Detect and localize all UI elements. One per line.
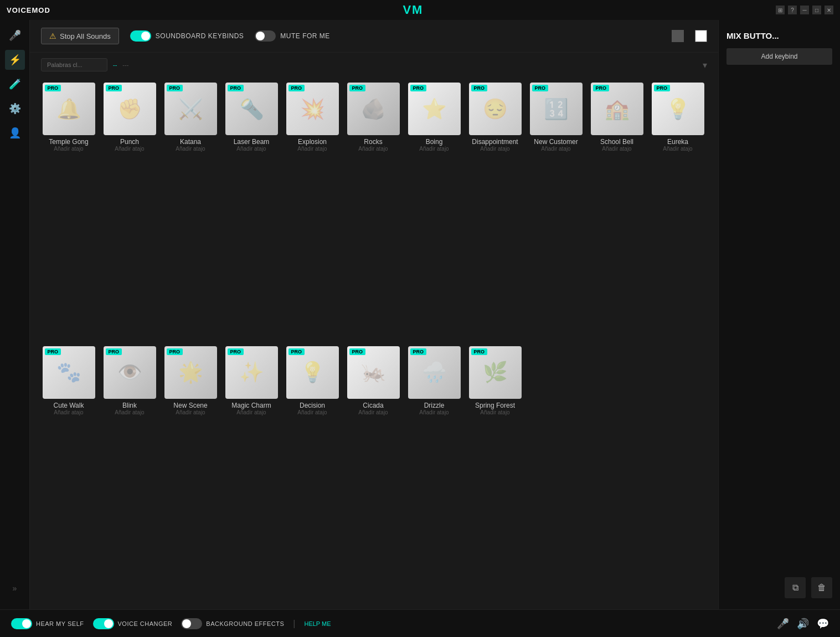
sound-card-sub-eureka[interactable]: Añadir atajo xyxy=(663,146,692,152)
titlebar-minimize[interactable]: ─ xyxy=(800,6,809,14)
sound-card-img-blink: PRO👁️ xyxy=(104,346,156,399)
sound-card-blink[interactable]: PRO👁️BlinkAñadir atajo xyxy=(102,346,157,604)
boing-icon: ⭐ xyxy=(422,97,447,121)
mute-toggle[interactable] xyxy=(255,30,276,42)
stop-all-sounds-button[interactable]: ⚠ Stop All Sounds xyxy=(41,28,119,44)
sound-card-sub-temple-gong[interactable]: Añadir atajo xyxy=(54,146,83,152)
sound-card-name-rocks: Rocks xyxy=(364,138,382,146)
sound-card-new-customer[interactable]: PRO🔢New CustomerAñadir atajo xyxy=(528,83,584,341)
sound-card-name-punch: Punch xyxy=(120,138,139,146)
sound-card-magic-charm[interactable]: PRO✨Magic CharmAñadir atajo xyxy=(224,346,279,604)
add-keybind-button[interactable]: Add keybind xyxy=(726,48,832,65)
sidebar-item-settings[interactable]: ⚙️ xyxy=(5,99,25,119)
sound-card-sub-new-customer[interactable]: Añadir atajo xyxy=(541,146,570,152)
sound-card-sub-magic-charm[interactable]: Añadir atajo xyxy=(236,409,266,415)
sound-card-spring-forest[interactable]: PRO🌿Spring ForestAñadir atajo xyxy=(467,346,523,604)
sound-card-img-spring-forest: PRO🌿 xyxy=(469,346,522,399)
eureka-icon: 💡 xyxy=(666,97,690,121)
sound-card-sub-blink[interactable]: Añadir atajo xyxy=(115,409,144,415)
sound-card-drizzle[interactable]: PRO🌧️DrizzleAñadir atajo xyxy=(406,346,462,604)
sound-card-boing[interactable]: PRO⭐BoingAñadir atajo xyxy=(406,83,462,341)
sound-card-img-magic-charm: PRO✨ xyxy=(225,346,278,399)
sound-card-school-bell[interactable]: PRO🏫School BellAñadir atajo xyxy=(589,83,645,341)
sound-card-sub-spring-forest[interactable]: Añadir atajo xyxy=(480,409,509,415)
sidebar-item-effects[interactable]: 🧪 xyxy=(5,74,25,94)
temple-gong-icon: 🔔 xyxy=(56,97,81,121)
sound-card-name-school-bell: School Bell xyxy=(600,138,633,146)
sound-card-temple-gong[interactable]: PRO🔔Temple GongAñadir atajo xyxy=(41,83,96,341)
delete-button[interactable]: 🗑 xyxy=(811,577,832,598)
sound-card-sub-cicada[interactable]: Añadir atajo xyxy=(358,409,388,415)
titlebar-close[interactable]: ✕ xyxy=(824,6,833,14)
sound-card-laser-beam[interactable]: PRO🔦Laser BeamAñadir atajo xyxy=(224,83,279,341)
spring-forest-icon: 🌿 xyxy=(483,361,508,384)
sound-card-explosion[interactable]: PRO💥ExplosionAñadir atajo xyxy=(285,83,340,341)
sound-card-rocks[interactable]: PRO🪨RocksAñadir atajo xyxy=(346,83,401,341)
pro-badge: PRO xyxy=(410,85,427,91)
sound-card-img-school-bell: PRO🏫 xyxy=(591,83,643,135)
titlebar-icon-monitor[interactable]: ⊞ xyxy=(776,6,785,14)
speaker-icon[interactable]: 🔊 xyxy=(797,618,809,630)
sound-card-name-drizzle: Drizzle xyxy=(424,402,445,409)
sound-card-sub-boing[interactable]: Añadir atajo xyxy=(419,146,449,152)
microphone-bottom-icon[interactable]: 🎤 xyxy=(777,618,789,630)
sound-card-name-explosion: Explosion xyxy=(298,138,327,146)
vm-logo: VM xyxy=(403,3,423,17)
filter-btn-1[interactable]: -- xyxy=(113,61,117,68)
sound-card-sub-laser-beam[interactable]: Añadir atajo xyxy=(236,146,266,152)
sound-card-name-laser-beam: Laser Beam xyxy=(234,138,270,146)
filter-chevron-icon[interactable]: ▾ xyxy=(703,60,707,70)
settings-icon: ⚙️ xyxy=(9,102,21,115)
color-white-button[interactable] xyxy=(695,30,707,42)
search-input[interactable] xyxy=(41,58,107,71)
pro-badge: PRO xyxy=(471,85,488,91)
sound-card-sub-punch[interactable]: Añadir atajo xyxy=(115,146,144,152)
sound-card-eureka[interactable]: PRO💡EurekaAñadir atajo xyxy=(650,83,705,341)
keybinds-toggle[interactable] xyxy=(130,30,151,42)
sound-card-sub-drizzle[interactable]: Añadir atajo xyxy=(419,409,449,415)
sound-card-img-cute-walk: PRO🐾 xyxy=(43,346,95,399)
sound-card-sub-new-scene[interactable]: Añadir atajo xyxy=(176,409,205,415)
sound-card-img-boing: PRO⭐ xyxy=(408,83,461,135)
pro-badge: PRO xyxy=(349,85,366,91)
sound-card-cicada[interactable]: PRO🦗CicadaAñadir atajo xyxy=(346,346,401,604)
chat-icon[interactable]: 💬 xyxy=(817,618,829,630)
sound-card-name-cute-walk: Cute Walk xyxy=(54,402,84,409)
app-name: VOICEMOD xyxy=(7,6,50,14)
background-effects-toggle[interactable] xyxy=(181,618,202,629)
sound-card-disappointment[interactable]: PRO😔DisappointmentAñadir atajo xyxy=(467,83,523,341)
sidebar-item-profile[interactable]: 👤 xyxy=(5,123,25,143)
sound-card-img-new-scene: PRO🌟 xyxy=(164,346,217,399)
cicada-icon: 🦗 xyxy=(361,361,386,384)
sidebar-expand[interactable]: » xyxy=(13,584,17,593)
sound-card-sub-disappointment[interactable]: Añadir atajo xyxy=(480,146,509,152)
sound-card-decision[interactable]: PRO💡DecisionAñadir atajo xyxy=(285,346,340,604)
voice-changer-toggle[interactable] xyxy=(93,618,114,629)
filter-btn-2[interactable]: --- xyxy=(122,61,128,68)
copy-button[interactable]: ⧉ xyxy=(785,577,806,598)
sound-card-katana[interactable]: PRO⚔️KatanaAñadir atajo xyxy=(163,83,218,341)
sound-card-sub-katana[interactable]: Añadir atajo xyxy=(176,146,205,152)
pro-badge: PRO xyxy=(593,85,610,91)
sound-card-sub-explosion[interactable]: Añadir atajo xyxy=(297,146,327,152)
content-area: ⚠ Stop All Sounds SOUNDBOARD KEYBINDS MU… xyxy=(30,20,718,609)
sound-card-sub-decision[interactable]: Añadir atajo xyxy=(297,409,327,415)
sound-card-name-disappointment: Disappointment xyxy=(472,138,518,146)
help-me-link[interactable]: HELP ME xyxy=(304,620,331,627)
titlebar-icon-question[interactable]: ? xyxy=(788,6,797,14)
sound-card-name-temple-gong: Temple Gong xyxy=(49,138,88,146)
hear-myself-label: HEAR MY SELF xyxy=(36,620,84,627)
hear-myself-toggle[interactable] xyxy=(11,618,32,629)
sound-card-sub-cute-walk[interactable]: Añadir atajo xyxy=(54,409,83,415)
sound-card-sub-rocks[interactable]: Añadir atajo xyxy=(358,146,388,152)
sidebar-item-soundboard[interactable]: ⚡ xyxy=(5,50,25,70)
titlebar-maximize[interactable]: □ xyxy=(812,6,821,14)
sound-card-punch[interactable]: PRO✊PunchAñadir atajo xyxy=(102,83,157,341)
sidebar-item-microphone[interactable]: 🎤 xyxy=(5,25,25,45)
sound-card-new-scene[interactable]: PRO🌟New SceneAñadir atajo xyxy=(163,346,218,604)
hear-myself-group: HEAR MY SELF xyxy=(11,618,84,629)
color-gray-button[interactable] xyxy=(672,30,684,42)
sound-card-img-new-customer: PRO🔢 xyxy=(530,83,583,135)
sound-card-cute-walk[interactable]: PRO🐾Cute WalkAñadir atajo xyxy=(41,346,96,604)
sound-card-sub-school-bell[interactable]: Añadir atajo xyxy=(602,146,631,152)
